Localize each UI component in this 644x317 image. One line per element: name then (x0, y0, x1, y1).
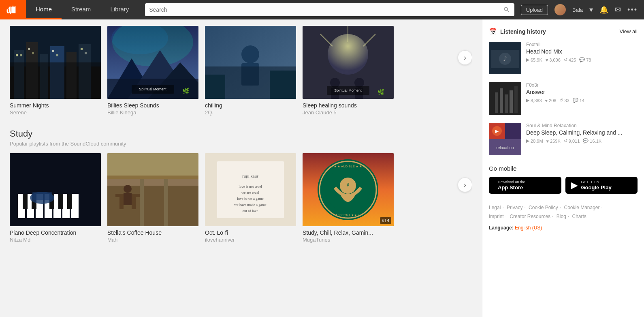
logo[interactable] (0, 0, 26, 19)
next-button[interactable]: › (458, 50, 472, 65)
app-store-small: Download on the (498, 180, 525, 184)
card-artist: Billie Kihega (107, 109, 198, 116)
card-image (205, 26, 296, 99)
google-play-button[interactable]: ▶ GET IT ON Google Play (565, 177, 638, 194)
footer-link-legal[interactable]: Legal (489, 205, 501, 210)
card-image: Spiritual Moment 🌿 (107, 26, 198, 99)
svg-rect-64 (132, 197, 136, 209)
history-thumb-image: ♪ (489, 42, 521, 74)
topnav: Home Stream Library Upload Bala ▾ 🔔 ✉ ••… (0, 0, 644, 19)
card-image: ★ ★ ★ AUDIBLE ★ ★ ★ ADDERALL ★ ★ ★ ♀ (303, 153, 394, 226)
svg-text:we have made a game: we have made a game (234, 203, 266, 207)
playlist-card[interactable]: rupi kaur love is not cruel we are cruel… (205, 153, 296, 243)
history-artist: F0x3r (526, 82, 638, 88)
app-store-text: Download on the App Store (498, 180, 525, 191)
playlist-card[interactable]: Piano Deep Concentration Nitza Md (10, 153, 101, 243)
footer-link-creator-resources[interactable]: Creator Resources (510, 214, 550, 219)
history-artist: Soul & Mind Relaxation (526, 123, 638, 129)
card-title: Summer Nights (10, 102, 101, 109)
google-play-big: Google Play (581, 184, 612, 191)
history-thumb: ▶ relaxation (489, 123, 521, 155)
svg-rect-53 (23, 194, 28, 209)
history-info: F0x3r Answer ▶ 8,383 ♥ 208 ↺ 33 💬 14 (526, 82, 638, 115)
language-row: Language: English (US) (489, 224, 638, 233)
card-title: Billies Sleep Sounds (107, 102, 198, 109)
nav-stream[interactable]: Stream (62, 0, 100, 19)
nav-library[interactable]: Library (100, 0, 139, 19)
svg-text:relaxation: relaxation (496, 146, 514, 150)
avatar[interactable] (554, 4, 566, 15)
svg-text:★ ★ ★ AUDIBLE ★ ★ ★: ★ ★ ★ AUDIBLE ★ ★ ★ (330, 165, 366, 168)
svg-rect-10 (20, 54, 22, 56)
more-icon[interactable]: ••• (627, 6, 638, 14)
app-store-button[interactable]: Download on the App Store (489, 177, 561, 194)
history-item[interactable]: F0x3r Answer ▶ 8,383 ♥ 208 ↺ 33 💬 14 (489, 82, 638, 115)
svg-text:♪: ♪ (503, 55, 507, 62)
card-title: Sleep healing sounds (303, 102, 394, 109)
history-info: Foxtail Head Nod Mix ▶ 65.9K ♥ 3,006 ↺ 4… (526, 42, 638, 74)
nav-right: Upload Bala ▾ 🔔 ✉ ••• (521, 4, 644, 15)
search-input[interactable] (149, 6, 503, 13)
svg-rect-11 (28, 48, 30, 50)
calendar-icon: 📅 (489, 28, 497, 35)
footer-link-cookie-manager[interactable]: Cookie Manager (564, 205, 599, 210)
notification-icon[interactable]: 🔔 (599, 5, 608, 14)
history-info: Soul & Mind Relaxation Deep Sleep, Calmi… (526, 123, 638, 155)
svg-rect-31 (205, 75, 225, 99)
history-stats: ▶ 20.9M ♥ 269K ↺ 9,011 💬 16.1K (526, 138, 638, 144)
history-item[interactable]: ▶ relaxation Soul & Mind Relaxation Deep… (489, 123, 638, 155)
card-title: chilling (205, 102, 296, 109)
svg-text:Spiritual Moment: Spiritual Moment (139, 87, 166, 91)
history-stats: ▶ 8,383 ♥ 208 ↺ 33 💬 14 (526, 98, 638, 103)
history-artist: Foxtail (526, 42, 638, 47)
svg-rect-68 (107, 176, 198, 179)
go-mobile-title: Go mobile (489, 165, 638, 172)
svg-text:out of love: out of love (243, 209, 258, 213)
study-playlist-row: Piano Deep Concentration Nitza Md (10, 153, 472, 243)
sidebar-header-left: 📅 Listening history (489, 28, 546, 35)
history-stats: ▶ 65.9K ♥ 3,006 ↺ 425 💬 78 (526, 57, 638, 62)
footer-link-imprint[interactable]: Imprint (489, 214, 504, 219)
svg-rect-14 (56, 54, 58, 56)
chevron-down-icon[interactable]: ▾ (589, 5, 593, 14)
upload-button[interactable]: Upload (521, 5, 548, 15)
footer-link-charts[interactable]: Charts (572, 214, 586, 219)
search-icon (503, 6, 510, 13)
footer-link-privacy[interactable]: Privacy (507, 205, 522, 210)
svg-rect-94 (505, 94, 508, 113)
language-value[interactable]: English (US) (515, 225, 542, 231)
playlist-card[interactable]: ★ ★ ★ AUDIBLE ★ ★ ★ ADDERALL ★ ★ ★ ♀ #14 (303, 153, 394, 243)
history-thumb: ♪ (489, 42, 521, 74)
view-all-link[interactable]: View all (619, 28, 638, 34)
playlist-card[interactable]: Spiritual Moment 🌿 Sleep healing sounds … (303, 26, 394, 116)
card-image (10, 26, 101, 99)
svg-text:love is not cruel: love is not cruel (239, 184, 262, 188)
sleep-playlist-row: Summer Nights Serene (10, 26, 472, 116)
card-artist: ilovehanriver (205, 237, 296, 243)
svg-rect-93 (500, 88, 503, 113)
playlist-card[interactable]: Spiritual Moment 🌿 Billies Sleep Sounds … (107, 26, 198, 116)
study-section-subtitle: Popular playlists from the SoundCloud co… (10, 141, 472, 147)
main-wrap: Summer Nights Serene (0, 19, 644, 317)
svg-rect-15 (81, 48, 83, 50)
playlist-card[interactable]: Stella's Coffee House Mah (107, 153, 198, 243)
playlist-card[interactable]: chilling 2Q. (205, 26, 296, 116)
history-track: Deep Sleep, Calming, Relaxing and ... (526, 129, 638, 136)
svg-text:we are cruel: we are cruel (241, 191, 259, 195)
svg-rect-52 (71, 194, 79, 218)
playlist-card[interactable]: Summer Nights Serene (10, 26, 101, 116)
svg-rect-63 (119, 197, 124, 209)
language-label: Language: (489, 225, 514, 231)
svg-point-28 (241, 45, 259, 63)
card-image (10, 153, 101, 226)
google-play-text: GET IT ON Google Play (581, 180, 612, 191)
mail-icon[interactable]: ✉ (615, 5, 621, 14)
history-item[interactable]: ♪ Foxtail Head Nod Mix ▶ 65.9K ♥ 3,006 ↺… (489, 42, 638, 74)
sidebar-title: Listening history (500, 28, 546, 35)
nav-home[interactable]: Home (26, 0, 62, 19)
svg-text:rupi kaur: rupi kaur (242, 173, 258, 178)
card-artist: Jean Claude 5 (303, 109, 394, 116)
footer-link-blog[interactable]: Blog (557, 214, 566, 219)
next-button-study[interactable]: › (458, 178, 472, 192)
footer-link-cookie-policy[interactable]: Cookie Policy (529, 205, 558, 210)
